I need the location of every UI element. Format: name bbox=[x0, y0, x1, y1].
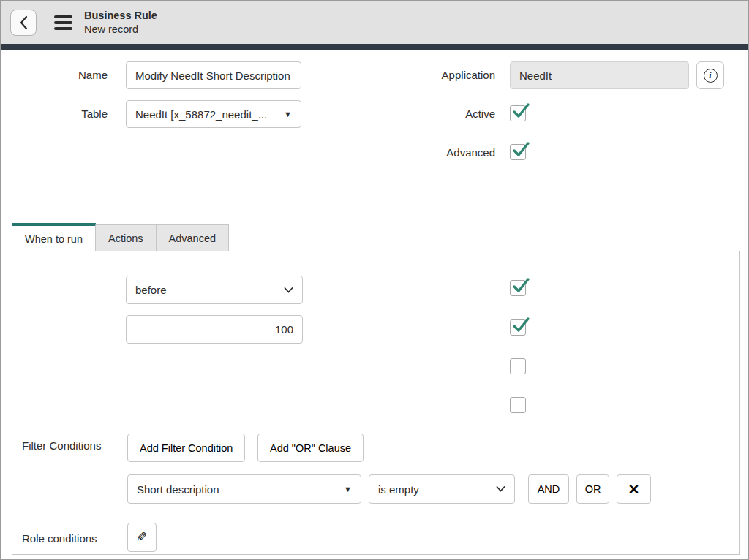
condition-operator-select[interactable]: is empty bbox=[369, 474, 515, 504]
condition-operator-value: is empty bbox=[378, 483, 419, 496]
header-bar: Business Rule New record bbox=[1, 1, 748, 44]
pencil-icon: ✎ bbox=[136, 529, 147, 545]
edit-role-conditions-button[interactable]: ✎ bbox=[127, 523, 157, 552]
or-button[interactable]: OR bbox=[576, 474, 609, 504]
dropdown-triangle-icon: ▼ bbox=[284, 110, 292, 118]
role-conditions-label: Role conditions bbox=[22, 532, 97, 545]
form-tabs: When to run Actions Advanced bbox=[12, 223, 229, 251]
business-rule-form-page: Business Rule New record Name Table Need… bbox=[0, 0, 749, 560]
table-label: Table bbox=[1, 107, 108, 120]
application-field: NeedIt bbox=[510, 61, 689, 89]
close-icon: ✕ bbox=[628, 481, 640, 498]
application-label: Application bbox=[367, 69, 495, 81]
filter-conditions-label: Filter Conditions bbox=[22, 439, 101, 452]
context-menu-icon[interactable] bbox=[54, 15, 72, 30]
tab-actions[interactable]: Actions bbox=[96, 224, 157, 251]
and-button[interactable]: AND bbox=[528, 474, 569, 504]
when-select[interactable]: before bbox=[126, 276, 303, 304]
add-or-clause-button[interactable]: Add "OR" Clause bbox=[257, 434, 364, 462]
header-divider bbox=[1, 44, 748, 50]
advanced-label: Advanced bbox=[367, 146, 495, 159]
table-dropdown-value: NeedIt [x_58872_needit_... bbox=[135, 108, 267, 121]
title-block: Business Rule New record bbox=[84, 9, 157, 37]
tab-when-to-run[interactable]: When to run bbox=[12, 223, 96, 251]
add-filter-condition-button[interactable]: Add Filter Condition bbox=[127, 434, 245, 462]
chevron-left-icon bbox=[19, 15, 28, 30]
active-checkbox[interactable] bbox=[510, 105, 526, 121]
condition-field-dropdown[interactable]: Short description ▼ bbox=[127, 474, 361, 504]
info-icon: i bbox=[704, 69, 718, 83]
name-label: Name bbox=[1, 69, 108, 81]
order-input[interactable] bbox=[126, 315, 303, 344]
chevron-down-icon bbox=[496, 486, 505, 492]
insert-checkbox[interactable] bbox=[510, 280, 526, 296]
page-title: Business Rule bbox=[84, 9, 157, 23]
active-label: Active bbox=[367, 107, 495, 120]
page-subtitle: New record bbox=[84, 23, 157, 37]
table-dropdown[interactable]: NeedIt [x_58872_needit_... ▼ bbox=[126, 100, 301, 128]
checkmark-icon bbox=[511, 140, 530, 159]
application-info-button[interactable]: i bbox=[696, 61, 724, 89]
back-button[interactable] bbox=[10, 10, 37, 36]
when-select-value: before bbox=[135, 284, 167, 296]
dropdown-triangle-icon: ▼ bbox=[344, 485, 352, 493]
when-to-run-panel bbox=[12, 251, 740, 555]
checkmark-icon bbox=[511, 316, 530, 335]
delete-condition-button[interactable]: ✕ bbox=[617, 474, 651, 504]
advanced-checkbox[interactable] bbox=[510, 144, 526, 160]
update-checkbox[interactable] bbox=[510, 319, 526, 336]
query-checkbox[interactable] bbox=[510, 397, 526, 413]
delete-checkbox[interactable] bbox=[510, 358, 526, 374]
checkmark-icon bbox=[511, 276, 530, 295]
checkmark-icon bbox=[511, 102, 530, 121]
chevron-down-icon bbox=[284, 287, 293, 293]
tab-advanced[interactable]: Advanced bbox=[157, 224, 230, 251]
name-input[interactable] bbox=[126, 61, 301, 89]
condition-field-value: Short description bbox=[137, 483, 219, 496]
